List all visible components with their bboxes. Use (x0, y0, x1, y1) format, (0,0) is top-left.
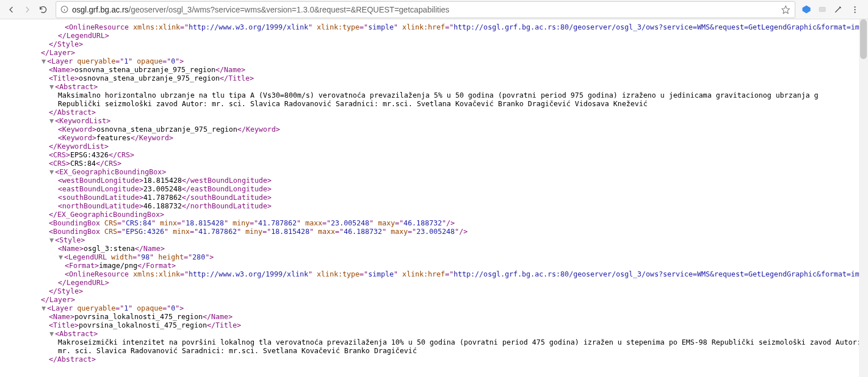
extension-icon-2[interactable] (817, 5, 827, 15)
svg-point-6 (854, 6, 856, 7)
address-bar[interactable]: osgl.grf.bg.ac.rs/geoserver/osgl_3/wms?s… (56, 1, 795, 18)
xml-line: <Title>osnovna_stena_ubrzanje_975_region… (5, 74, 868, 82)
xml-line: </Style> (5, 287, 868, 295)
xml-line: </Layer> (5, 48, 868, 57)
xml-line: ▼<EX_GeographicBoundingBox> (5, 167, 868, 176)
xml-line: <westBoundLongitude>18.815428</westBound… (5, 176, 868, 185)
xml-line: <Title>povrsina_lokalnosti_475_region</T… (5, 321, 868, 329)
xml-line: <Format>image/png</Format> (5, 261, 868, 270)
xml-line: ▼<Abstract> (5, 82, 868, 91)
extension-icon-1[interactable] (801, 5, 811, 15)
collapse-toggle-icon[interactable]: ▼ (49, 167, 54, 176)
url-text: osgl.grf.bg.ac.rs/geoserver/osgl_3/wms?s… (72, 5, 780, 14)
forward-button[interactable] (19, 2, 35, 18)
xml-line: <Name>osnovna_stena_ubrzanje_975_region<… (5, 65, 868, 74)
xml-line: </Abstract> (5, 355, 868, 363)
vertical-scrollbar[interactable] (859, 19, 868, 369)
svg-point-8 (854, 11, 856, 12)
back-button[interactable] (3, 2, 19, 18)
xml-line: <BoundingBox CRS="CRS:84" minx="18.81542… (5, 219, 868, 227)
svg-point-7 (854, 9, 856, 10)
collapse-toggle-icon[interactable]: ▼ (49, 116, 54, 125)
xml-line: </Style> (5, 40, 868, 48)
xml-line: </Layer> (5, 295, 868, 304)
browser-menu-icon[interactable] (849, 3, 861, 16)
collapse-toggle-icon[interactable]: ▼ (41, 57, 47, 65)
xml-line: </EX_GeographicBoundingBox> (5, 210, 868, 219)
extension-icon-3[interactable] (833, 5, 843, 15)
collapse-toggle-icon[interactable]: ▼ (49, 236, 54, 244)
svg-marker-3 (782, 6, 789, 13)
xml-line: ▼<Layer queryable="1" opaque="0"> (5, 57, 868, 65)
xml-line: <Keyword>osnovna_stena_ubrzanje_975_regi… (5, 125, 868, 133)
xml-line: Maksimalno horizontalno ubrzanje na tlu … (5, 91, 868, 108)
scrollbar-thumb[interactable] (860, 19, 867, 59)
xml-line: </LegendURL> (5, 31, 868, 40)
xml-line: </KeywordList> (5, 142, 868, 150)
bookmark-star-icon[interactable] (780, 4, 791, 15)
xml-line: <OnlineResource xmlns:xlink="http://www.… (5, 23, 868, 31)
xml-line: <Name>osgl_3:stena</Name> (5, 244, 868, 253)
toolbar-right (798, 3, 865, 16)
xml-line: ▼<Abstract> (5, 329, 868, 338)
xml-line: <CRS>EPSG:4326</CRS> (5, 150, 868, 159)
xml-line: <BoundingBox CRS="EPSG:4326" minx="41.78… (5, 227, 868, 236)
xml-line: </Abstract> (5, 108, 868, 116)
xml-line: <Name>povrsina_lokalnosti_475_region</Na… (5, 312, 868, 321)
xml-line: Makroseizmički intenzitet na površini lo… (5, 338, 868, 355)
collapse-toggle-icon[interactable]: ▼ (41, 304, 47, 312)
xml-line: <eastBoundLongitude>23.005248</eastBound… (5, 185, 868, 193)
xml-line: <OnlineResource xmlns:xlink="http://www.… (5, 270, 868, 278)
collapse-toggle-icon[interactable]: ▼ (49, 82, 54, 91)
xml-line: ▼<LegendURL width="98" height="280"> (5, 253, 868, 261)
xml-line: ▼<KeywordList> (5, 116, 868, 125)
xml-line: <southBoundLatitude>41.787862</southBoun… (5, 193, 868, 202)
site-info-icon[interactable] (60, 5, 69, 14)
collapse-toggle-icon[interactable]: ▼ (49, 329, 54, 338)
xml-line: ▼<Style> (5, 236, 868, 244)
svg-marker-4 (802, 5, 810, 13)
xml-line: <Keyword>features</Keyword> (5, 133, 868, 142)
collapse-toggle-icon[interactable]: ▼ (58, 253, 64, 261)
xml-line: <northBoundLatitude>46.188732</northBoun… (5, 202, 868, 210)
xml-view: <OnlineResource xmlns:xlink="http://www.… (0, 19, 868, 369)
browser-toolbar: osgl.grf.bg.ac.rs/geoserver/osgl_3/wms?s… (0, 0, 868, 19)
svg-rect-5 (819, 7, 825, 12)
xml-line: ▼<Layer queryable="1" opaque="0"> (5, 304, 868, 312)
xml-line: </LegendURL> (5, 278, 868, 287)
reload-button[interactable] (35, 2, 51, 18)
xml-line: <CRS>CRS:84</CRS> (5, 159, 868, 167)
